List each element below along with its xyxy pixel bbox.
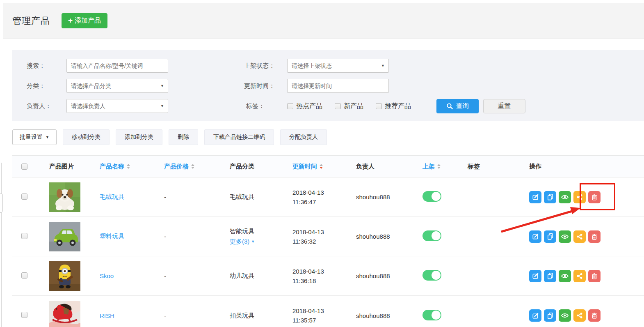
edit-button[interactable] <box>529 309 541 322</box>
eye-icon <box>561 193 569 201</box>
header-owner: 负责人 <box>356 163 422 170</box>
product-image-minion[interactable] <box>49 261 80 291</box>
download-qrcode-button[interactable]: 下载产品链接二维码 <box>204 129 274 145</box>
product-price: - <box>164 312 230 319</box>
view-button[interactable] <box>559 230 571 243</box>
add-to-category-button[interactable]: 添加到分类 <box>116 129 162 145</box>
edit-button[interactable] <box>529 191 541 203</box>
status-label: 上架状态： <box>244 59 275 73</box>
edit-icon <box>532 312 539 320</box>
plus-icon: + <box>68 16 73 24</box>
filter-panel: 搜索： 分类： 请选择产品分类 ▼ 负责人： 请选择负责人 ▼ 上架状态： 请选… <box>12 50 644 121</box>
delete-button[interactable] <box>588 309 601 322</box>
update-time: 2018-04-13 11:36:32 <box>292 227 356 246</box>
bulk-action-toolbar: 批量设置 ▼ 移动到分类 添加到分类 删除 下载产品链接二维码 分配负责人 <box>12 129 327 145</box>
table-row: 塑料玩具 - 智能玩具 更多(3)▼ 2018-04-13 11:36:32 s… <box>12 217 644 256</box>
bulk-settings-button[interactable]: 批量设置 ▼ <box>12 129 57 145</box>
product-image-puppy[interactable] <box>49 182 80 212</box>
copy-icon <box>546 233 554 240</box>
header-product-category: 产品分类 <box>230 163 292 170</box>
search-input[interactable] <box>66 59 168 73</box>
more-categories-link[interactable]: 更多(3)▼ <box>230 238 255 246</box>
publish-toggle-on[interactable] <box>422 310 441 320</box>
reset-button[interactable]: 重置 <box>483 99 525 113</box>
trash-icon <box>591 312 598 319</box>
publish-toggle-on[interactable] <box>422 270 441 281</box>
update-time: 2018-04-13 11:36:47 <box>292 188 356 207</box>
update-time-input[interactable] <box>287 79 389 93</box>
share-button[interactable] <box>573 309 586 322</box>
header-product-price[interactable]: 产品价格 <box>164 163 230 170</box>
sort-icon <box>127 164 130 169</box>
add-product-button[interactable]: + 添加产品 <box>62 13 107 28</box>
row-checkbox[interactable] <box>21 272 27 279</box>
copy-button[interactable] <box>544 230 556 243</box>
product-name-link[interactable]: Skoo <box>100 272 114 279</box>
edit-button[interactable] <box>529 270 541 282</box>
update-time: 2018-04-13 11:35:57 <box>292 306 356 325</box>
checkbox-icon <box>335 103 341 109</box>
delete-button[interactable] <box>588 270 601 282</box>
checkbox-icon <box>287 103 293 109</box>
copy-button[interactable] <box>544 191 556 203</box>
header-status[interactable]: 上架 <box>422 163 468 170</box>
select-all-checkbox[interactable] <box>21 164 27 170</box>
delete-button[interactable] <box>588 230 601 243</box>
view-button[interactable] <box>559 270 571 282</box>
eye-icon <box>561 272 569 280</box>
share-button[interactable] <box>573 270 586 282</box>
row-checkbox[interactable] <box>21 233 27 239</box>
product-image-toy-car[interactable] <box>49 222 80 251</box>
product-price: - <box>164 193 230 200</box>
category-select[interactable]: 请选择产品分类 ▼ <box>66 79 168 93</box>
share-button[interactable] <box>573 191 586 203</box>
query-button[interactable]: 查询 <box>436 99 479 113</box>
sort-icon <box>437 164 441 169</box>
row-checkbox[interactable] <box>21 193 27 200</box>
tag-checkbox-hot[interactable]: 热点产品 <box>287 102 322 111</box>
product-price: - <box>164 272 230 279</box>
product-category: 智能玩具 更多(3)▼ <box>230 228 292 246</box>
tag-checkbox-recommend[interactable]: 推荐产品 <box>376 102 411 111</box>
view-button[interactable] <box>559 191 571 203</box>
trash-icon <box>591 272 598 280</box>
update-time: 2018-04-13 11:36:18 <box>292 267 356 286</box>
checkbox-icon <box>376 103 382 109</box>
category-label: 分类： <box>27 79 45 93</box>
product-category: 幼儿玩具 <box>230 272 292 280</box>
delete-button[interactable] <box>588 191 601 203</box>
copy-button[interactable] <box>544 309 556 322</box>
header-update-time[interactable]: 更新时间 <box>292 163 356 170</box>
product-name-link[interactable]: 毛绒玩具 <box>100 193 124 200</box>
product-price: - <box>164 233 230 240</box>
sort-icon <box>191 164 194 169</box>
delete-selected-button[interactable]: 删除 <box>169 129 198 145</box>
share-button[interactable] <box>573 230 586 243</box>
row-actions <box>529 270 644 282</box>
eye-icon <box>561 311 569 320</box>
row-checkbox[interactable] <box>21 312 27 318</box>
row-actions <box>529 191 644 203</box>
share-icon <box>576 233 583 240</box>
publish-toggle-on[interactable] <box>422 230 441 241</box>
edit-button[interactable] <box>529 230 541 243</box>
search-label: 搜索： <box>27 59 45 73</box>
trash-icon <box>591 193 598 201</box>
left-panel-collapse-handle[interactable] <box>0 193 3 213</box>
product-name-link[interactable]: 塑料玩具 <box>100 233 124 239</box>
header-actions: 操作 <box>529 163 644 170</box>
header-product-name[interactable]: 产品名称 <box>100 163 164 170</box>
copy-button[interactable] <box>544 270 556 282</box>
manage-products-page: 管理产品 + 添加产品 搜索： 分类： 请选择产品分类 ▼ 负责人： 请选择负责… <box>0 0 644 327</box>
product-image-rocking-horse[interactable] <box>49 301 80 327</box>
product-name-link[interactable]: RISH <box>100 312 114 319</box>
status-select[interactable]: 请选择上架状态 ▼ <box>287 59 389 73</box>
move-to-category-button[interactable]: 移动到分类 <box>63 129 110 145</box>
view-button[interactable] <box>559 309 571 322</box>
tag-checkbox-new[interactable]: 新产品 <box>335 102 363 111</box>
owner-select[interactable]: 请选择负责人 ▼ <box>66 99 168 113</box>
product-table: 产品图片 产品名称 产品价格 产品分类 更新时间 负责人 上架 标签 操作 毛绒… <box>12 155 644 327</box>
assign-owner-button[interactable]: 分配负责人 <box>280 129 327 145</box>
owner: shouhou888 <box>356 193 422 200</box>
publish-toggle-on[interactable] <box>422 191 441 202</box>
